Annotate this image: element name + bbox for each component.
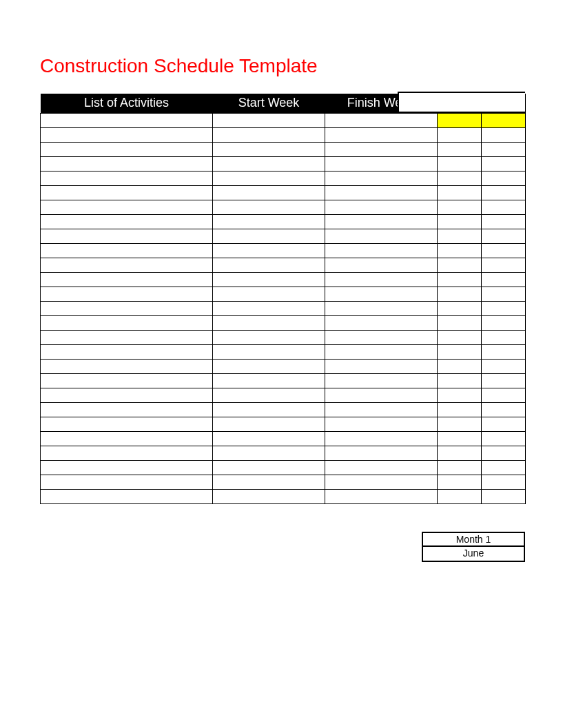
table-cell[interactable] <box>41 200 213 214</box>
table-cell[interactable] <box>438 272 482 287</box>
table-cell[interactable] <box>213 142 325 156</box>
table-cell[interactable] <box>213 402 325 417</box>
table-cell[interactable] <box>325 417 438 431</box>
table-cell[interactable] <box>325 258 438 272</box>
table-cell[interactable] <box>213 330 325 344</box>
table-cell[interactable] <box>325 113 438 127</box>
table-cell[interactable] <box>482 402 526 417</box>
table-cell[interactable] <box>41 330 213 344</box>
table-cell[interactable] <box>482 287 526 301</box>
table-cell[interactable] <box>438 229 482 243</box>
table-cell[interactable] <box>482 229 526 243</box>
table-cell[interactable] <box>482 243 526 258</box>
table-cell[interactable] <box>213 200 325 214</box>
table-cell[interactable] <box>213 489 325 503</box>
table-cell[interactable] <box>438 460 482 475</box>
table-cell[interactable] <box>325 315 438 330</box>
table-cell[interactable] <box>438 185 482 200</box>
table-cell[interactable] <box>325 272 438 287</box>
table-cell[interactable] <box>438 489 482 503</box>
table-cell[interactable] <box>325 185 438 200</box>
table-cell[interactable] <box>438 359 482 373</box>
table-cell[interactable] <box>438 287 482 301</box>
table-cell[interactable] <box>325 460 438 475</box>
table-cell[interactable] <box>438 171 482 185</box>
table-cell[interactable] <box>325 156 438 171</box>
table-cell[interactable] <box>213 171 325 185</box>
table-cell[interactable] <box>482 185 526 200</box>
table-cell[interactable] <box>41 287 213 301</box>
table-cell[interactable] <box>213 272 325 287</box>
table-cell[interactable] <box>438 475 482 489</box>
table-cell[interactable] <box>213 388 325 402</box>
table-cell[interactable] <box>482 214 526 229</box>
table-cell[interactable] <box>438 388 482 402</box>
table-cell[interactable] <box>482 388 526 402</box>
table-cell[interactable] <box>482 272 526 287</box>
table-cell[interactable] <box>438 200 482 214</box>
table-cell[interactable] <box>325 489 438 503</box>
table-cell[interactable] <box>325 243 438 258</box>
table-cell[interactable] <box>325 214 438 229</box>
table-cell[interactable] <box>41 171 213 185</box>
table-cell[interactable] <box>325 388 438 402</box>
table-cell[interactable] <box>482 171 526 185</box>
table-cell[interactable] <box>213 113 325 127</box>
table-cell[interactable] <box>438 417 482 431</box>
table-cell[interactable] <box>482 431 526 446</box>
table-cell[interactable] <box>41 417 213 431</box>
table-cell[interactable] <box>325 344 438 359</box>
table-cell[interactable] <box>325 330 438 344</box>
table-cell[interactable] <box>213 431 325 446</box>
table-cell[interactable] <box>41 272 213 287</box>
table-cell[interactable] <box>438 258 482 272</box>
table-cell[interactable] <box>325 359 438 373</box>
table-cell[interactable] <box>41 388 213 402</box>
table-cell[interactable] <box>41 373 213 388</box>
table-cell[interactable] <box>482 127 526 142</box>
table-cell[interactable] <box>438 344 482 359</box>
table-cell[interactable] <box>482 460 526 475</box>
table-cell[interactable] <box>482 344 526 359</box>
table-cell[interactable] <box>482 142 526 156</box>
table-cell[interactable] <box>325 301 438 315</box>
table-cell[interactable] <box>41 446 213 460</box>
table-cell[interactable] <box>438 243 482 258</box>
table-cell[interactable] <box>482 200 526 214</box>
table-cell[interactable] <box>482 301 526 315</box>
table-cell[interactable] <box>325 446 438 460</box>
table-cell[interactable] <box>213 460 325 475</box>
table-cell[interactable] <box>41 185 213 200</box>
table-cell[interactable] <box>325 431 438 446</box>
table-cell[interactable] <box>438 214 482 229</box>
table-cell[interactable] <box>41 142 213 156</box>
table-cell[interactable] <box>325 373 438 388</box>
table-cell[interactable] <box>213 359 325 373</box>
table-cell[interactable] <box>213 258 325 272</box>
table-cell[interactable] <box>482 359 526 373</box>
table-cell[interactable] <box>41 113 213 127</box>
table-cell[interactable] <box>438 431 482 446</box>
table-cell[interactable] <box>213 301 325 315</box>
table-cell[interactable] <box>41 243 213 258</box>
table-cell[interactable] <box>325 142 438 156</box>
table-cell[interactable] <box>482 113 526 127</box>
table-cell[interactable] <box>482 156 526 171</box>
table-cell[interactable] <box>482 475 526 489</box>
table-cell[interactable] <box>482 489 526 503</box>
table-cell[interactable] <box>482 373 526 388</box>
table-cell[interactable] <box>41 359 213 373</box>
table-cell[interactable] <box>438 402 482 417</box>
table-cell[interactable] <box>482 446 526 460</box>
table-cell[interactable] <box>438 127 482 142</box>
table-cell[interactable] <box>438 315 482 330</box>
table-cell[interactable] <box>41 402 213 417</box>
table-cell[interactable] <box>325 287 438 301</box>
table-cell[interactable] <box>41 229 213 243</box>
table-cell[interactable] <box>213 315 325 330</box>
table-cell[interactable] <box>41 127 213 142</box>
table-cell[interactable] <box>41 214 213 229</box>
table-cell[interactable] <box>438 446 482 460</box>
table-cell[interactable] <box>213 127 325 142</box>
table-cell[interactable] <box>41 315 213 330</box>
